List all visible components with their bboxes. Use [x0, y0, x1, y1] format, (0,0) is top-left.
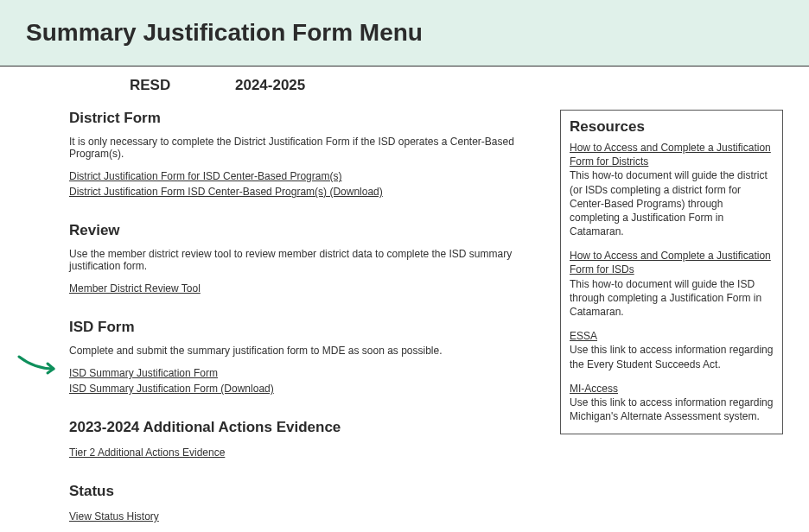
resource-desc: This how-to document will guide the dist… — [570, 169, 768, 238]
district-form-section: District Form It is only necessary to co… — [69, 110, 534, 200]
section-description: Complete and submit the summary justific… — [69, 345, 534, 357]
section-heading: Review — [69, 222, 534, 239]
resource-desc: Use this link to access information rega… — [570, 396, 773, 422]
evidence-section: 2023-2024 Additional Actions Evidence Ti… — [69, 419, 534, 460]
tier2-evidence-link[interactable]: Tier 2 Additional Actions Evidence — [69, 445, 534, 460]
section-description: Use the member district review tool to r… — [69, 248, 534, 272]
pointer-arrow-icon — [17, 353, 65, 377]
resources-heading: Resources — [570, 117, 774, 137]
resource-link-isds[interactable]: How to Access and Complete a Justificati… — [570, 250, 771, 276]
page-title: Summary Justification Form Menu — [26, 19, 809, 47]
status-section: Status View Status History — [69, 483, 534, 524]
page-header: Summary Justification Form Menu — [0, 0, 809, 66]
section-description: It is only necessary to complete the Dis… — [69, 136, 534, 160]
resources-panel: Resources How to Access and Complete a J… — [560, 110, 783, 434]
year-label: 2024-2025 — [235, 77, 305, 93]
resource-item: How to Access and Complete a Justificati… — [570, 249, 774, 319]
district-form-download-link[interactable]: District Justification Form ISD Center-B… — [69, 184, 534, 200]
entity-label: RESD — [130, 77, 170, 93]
resource-item: How to Access and Complete a Justificati… — [570, 141, 774, 238]
resource-item: MI-Access Use this link to access inform… — [570, 382, 774, 424]
isd-summary-form-download-link[interactable]: ISD Summary Justification Form (Download… — [69, 381, 534, 396]
isd-summary-form-link[interactable]: ISD Summary Justification Form — [69, 365, 534, 381]
resource-link-miaccess[interactable]: MI-Access — [570, 383, 618, 395]
resource-desc: This how-to document will guide the ISD … — [570, 278, 761, 318]
resource-item: ESSA Use this link to access information… — [570, 329, 774, 371]
resource-desc: Use this link to access information rega… — [570, 344, 773, 370]
resource-link-essa[interactable]: ESSA — [570, 330, 597, 342]
review-section: Review Use the member district review to… — [69, 222, 534, 296]
section-heading: 2023-2024 Additional Actions Evidence — [69, 419, 534, 436]
resource-link-districts[interactable]: How to Access and Complete a Justificati… — [570, 142, 771, 168]
section-heading: ISD Form — [69, 319, 534, 336]
isd-form-section: ISD Form Complete and submit the summary… — [69, 319, 534, 396]
section-heading: District Form — [69, 110, 534, 127]
member-district-review-link[interactable]: Member District Review Tool — [69, 281, 534, 296]
main-column: District Form It is only necessary to co… — [69, 110, 534, 532]
district-form-link[interactable]: District Justification Form for ISD Cent… — [69, 168, 534, 184]
section-heading: Status — [69, 483, 534, 500]
sub-header: RESD 2024-2025 — [0, 66, 809, 104]
status-history-link[interactable]: View Status History — [69, 509, 534, 524]
